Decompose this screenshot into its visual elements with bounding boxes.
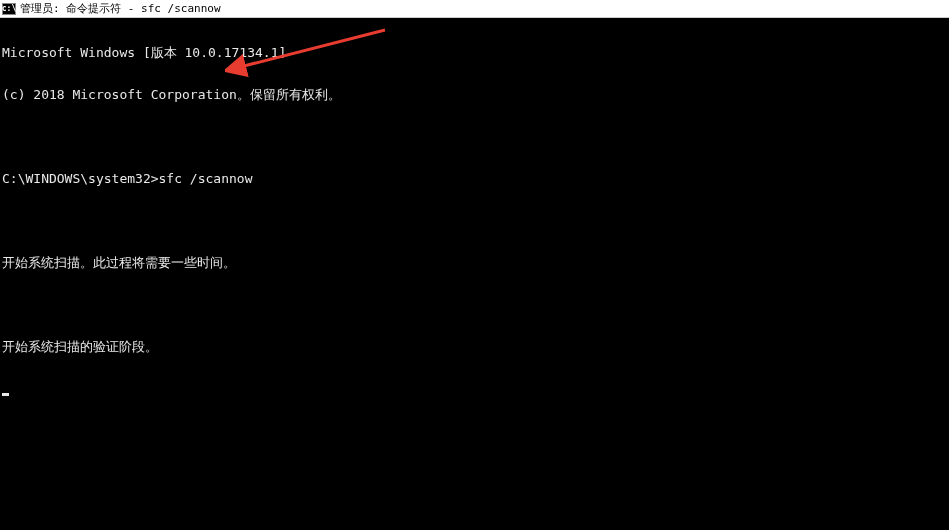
terminal-line: 开始系统扫描。此过程将需要一些时间。 xyxy=(2,256,947,270)
terminal-line: 开始系统扫描的验证阶段。 xyxy=(2,340,947,354)
terminal-line: (c) 2018 Microsoft Corporation。保留所有权利。 xyxy=(2,88,947,102)
cursor-line xyxy=(2,382,947,396)
cursor-icon xyxy=(2,393,9,396)
window-title: 管理员: 命令提示符 - sfc /scannow xyxy=(20,1,221,16)
terminal-line xyxy=(2,298,947,312)
window-titlebar[interactable]: c:\ 管理员: 命令提示符 - sfc /scannow xyxy=(0,0,949,18)
terminal-line xyxy=(2,214,947,228)
terminal-line: Microsoft Windows [版本 10.0.17134.1] xyxy=(2,46,947,60)
terminal-line xyxy=(2,130,947,144)
terminal-content[interactable]: Microsoft Windows [版本 10.0.17134.1] (c) … xyxy=(0,18,949,530)
cmd-icon: c:\ xyxy=(2,3,16,15)
terminal-line: C:\WINDOWS\system32>sfc /scannow xyxy=(2,172,947,186)
